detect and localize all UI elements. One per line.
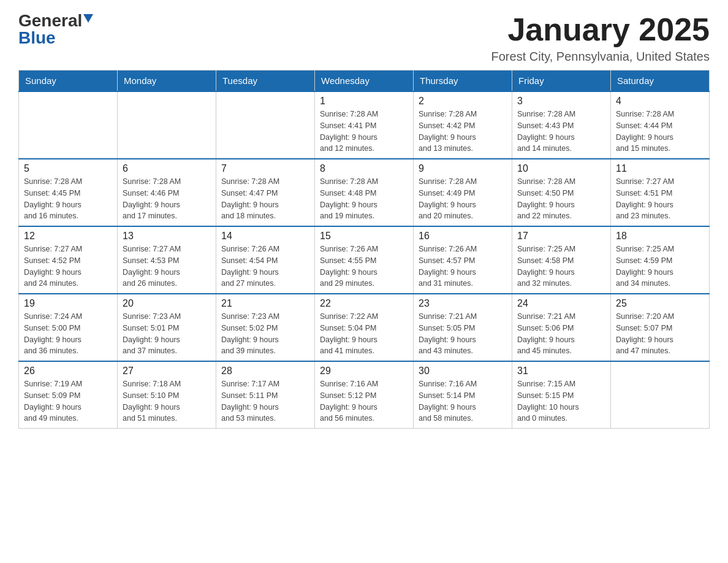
header-tuesday: Tuesday (216, 71, 315, 92)
table-row: 14Sunrise: 7:26 AMSunset: 4:54 PMDayligh… (216, 226, 315, 294)
day-number: 19 (24, 298, 112, 309)
table-row: 20Sunrise: 7:23 AMSunset: 5:01 PMDayligh… (118, 294, 216, 361)
day-number: 4 (616, 96, 704, 107)
day-number: 26 (24, 366, 112, 377)
day-info: Sunrise: 7:22 AMSunset: 5:04 PMDaylight:… (320, 311, 408, 357)
day-info: Sunrise: 7:23 AMSunset: 5:01 PMDaylight:… (123, 311, 211, 357)
day-info: Sunrise: 7:28 AMSunset: 4:47 PMDaylight:… (221, 176, 309, 222)
table-row (118, 91, 216, 159)
day-info: Sunrise: 7:20 AMSunset: 5:07 PMDaylight:… (616, 311, 704, 357)
day-info: Sunrise: 7:21 AMSunset: 5:05 PMDaylight:… (419, 311, 507, 357)
day-info: Sunrise: 7:25 AMSunset: 4:58 PMDaylight:… (517, 243, 605, 289)
day-number: 9 (419, 163, 507, 174)
day-info: Sunrise: 7:24 AMSunset: 5:00 PMDaylight:… (24, 311, 112, 357)
day-number: 22 (320, 298, 408, 309)
day-info: Sunrise: 7:15 AMSunset: 5:15 PMDaylight:… (517, 378, 605, 424)
day-number: 14 (221, 231, 309, 242)
table-row: 16Sunrise: 7:26 AMSunset: 4:57 PMDayligh… (414, 226, 512, 294)
day-number: 1 (320, 96, 408, 107)
calendar-week-row: 1Sunrise: 7:28 AMSunset: 4:41 PMDaylight… (19, 91, 710, 159)
table-row: 29Sunrise: 7:16 AMSunset: 5:12 PMDayligh… (315, 361, 414, 429)
day-info: Sunrise: 7:28 AMSunset: 4:41 PMDaylight:… (320, 109, 408, 155)
day-number: 16 (419, 231, 507, 242)
day-number: 31 (517, 366, 605, 377)
page-subtitle: Forest City, Pennsylvania, United States (491, 50, 710, 64)
table-row: 10Sunrise: 7:28 AMSunset: 4:50 PMDayligh… (512, 159, 611, 226)
day-info: Sunrise: 7:21 AMSunset: 5:06 PMDaylight:… (517, 311, 605, 357)
table-row: 31Sunrise: 7:15 AMSunset: 5:15 PMDayligh… (512, 361, 611, 429)
day-number: 30 (419, 366, 507, 377)
day-number: 27 (123, 366, 211, 377)
title-area: January 2025 Forest City, Pennsylvania, … (491, 12, 710, 64)
day-info: Sunrise: 7:28 AMSunset: 4:48 PMDaylight:… (320, 176, 408, 222)
day-number: 21 (221, 298, 309, 309)
logo: General Blue (18, 12, 93, 47)
day-info: Sunrise: 7:18 AMSunset: 5:10 PMDaylight:… (123, 378, 211, 424)
table-row (216, 91, 315, 159)
calendar-week-row: 5Sunrise: 7:28 AMSunset: 4:45 PMDaylight… (19, 159, 710, 226)
table-row: 27Sunrise: 7:18 AMSunset: 5:10 PMDayligh… (118, 361, 216, 429)
day-info: Sunrise: 7:26 AMSunset: 4:57 PMDaylight:… (419, 243, 507, 289)
table-row: 12Sunrise: 7:27 AMSunset: 4:52 PMDayligh… (19, 226, 118, 294)
calendar-week-row: 19Sunrise: 7:24 AMSunset: 5:00 PMDayligh… (19, 294, 710, 361)
table-row: 7Sunrise: 7:28 AMSunset: 4:47 PMDaylight… (216, 159, 315, 226)
table-row: 18Sunrise: 7:25 AMSunset: 4:59 PMDayligh… (611, 226, 710, 294)
day-info: Sunrise: 7:16 AMSunset: 5:12 PMDaylight:… (320, 378, 408, 424)
table-row (611, 361, 710, 429)
table-row: 9Sunrise: 7:28 AMSunset: 4:49 PMDaylight… (414, 159, 512, 226)
header-monday: Monday (118, 71, 216, 92)
page-header: General Blue January 2025 Forest City, P… (18, 12, 710, 64)
header-wednesday: Wednesday (315, 71, 414, 92)
day-info: Sunrise: 7:28 AMSunset: 4:50 PMDaylight:… (517, 176, 605, 222)
day-number: 29 (320, 366, 408, 377)
day-number: 2 (419, 96, 507, 107)
day-number: 11 (616, 163, 704, 174)
header-friday: Friday (512, 71, 611, 92)
day-number: 12 (24, 231, 112, 242)
logo-blue-text: Blue (18, 29, 56, 47)
day-number: 17 (517, 231, 605, 242)
day-info: Sunrise: 7:27 AMSunset: 4:52 PMDaylight:… (24, 243, 112, 289)
table-row: 25Sunrise: 7:20 AMSunset: 5:07 PMDayligh… (611, 294, 710, 361)
table-row: 23Sunrise: 7:21 AMSunset: 5:05 PMDayligh… (414, 294, 512, 361)
day-info: Sunrise: 7:26 AMSunset: 4:55 PMDaylight:… (320, 243, 408, 289)
table-row: 21Sunrise: 7:23 AMSunset: 5:02 PMDayligh… (216, 294, 315, 361)
day-number: 28 (221, 366, 309, 377)
table-row (19, 91, 118, 159)
day-number: 6 (123, 163, 211, 174)
table-row: 1Sunrise: 7:28 AMSunset: 4:41 PMDaylight… (315, 91, 414, 159)
table-row: 15Sunrise: 7:26 AMSunset: 4:55 PMDayligh… (315, 226, 414, 294)
page-title: January 2025 (491, 12, 710, 47)
logo-general-text: General (18, 12, 82, 29)
table-row: 4Sunrise: 7:28 AMSunset: 4:44 PMDaylight… (611, 91, 710, 159)
day-info: Sunrise: 7:19 AMSunset: 5:09 PMDaylight:… (24, 378, 112, 424)
table-row: 22Sunrise: 7:22 AMSunset: 5:04 PMDayligh… (315, 294, 414, 361)
table-row: 13Sunrise: 7:27 AMSunset: 4:53 PMDayligh… (118, 226, 216, 294)
day-number: 15 (320, 231, 408, 242)
day-number: 13 (123, 231, 211, 242)
table-row: 3Sunrise: 7:28 AMSunset: 4:43 PMDaylight… (512, 91, 611, 159)
day-info: Sunrise: 7:28 AMSunset: 4:42 PMDaylight:… (419, 109, 507, 155)
day-number: 24 (517, 298, 605, 309)
table-row: 30Sunrise: 7:16 AMSunset: 5:14 PMDayligh… (414, 361, 512, 429)
day-info: Sunrise: 7:27 AMSunset: 4:51 PMDaylight:… (616, 176, 704, 222)
table-row: 6Sunrise: 7:28 AMSunset: 4:46 PMDaylight… (118, 159, 216, 226)
header-thursday: Thursday (414, 71, 512, 92)
day-info: Sunrise: 7:28 AMSunset: 4:49 PMDaylight:… (419, 176, 507, 222)
table-row: 5Sunrise: 7:28 AMSunset: 4:45 PMDaylight… (19, 159, 118, 226)
day-info: Sunrise: 7:17 AMSunset: 5:11 PMDaylight:… (221, 378, 309, 424)
calendar-week-row: 12Sunrise: 7:27 AMSunset: 4:52 PMDayligh… (19, 226, 710, 294)
calendar-week-row: 26Sunrise: 7:19 AMSunset: 5:09 PMDayligh… (19, 361, 710, 429)
day-info: Sunrise: 7:28 AMSunset: 4:46 PMDaylight:… (123, 176, 211, 222)
day-info: Sunrise: 7:16 AMSunset: 5:14 PMDaylight:… (419, 378, 507, 424)
day-info: Sunrise: 7:23 AMSunset: 5:02 PMDaylight:… (221, 311, 309, 357)
logo-triangle-icon (83, 14, 93, 23)
table-row: 24Sunrise: 7:21 AMSunset: 5:06 PMDayligh… (512, 294, 611, 361)
day-number: 5 (24, 163, 112, 174)
day-number: 25 (616, 298, 704, 309)
day-info: Sunrise: 7:28 AMSunset: 4:45 PMDaylight:… (24, 176, 112, 222)
table-row: 2Sunrise: 7:28 AMSunset: 4:42 PMDaylight… (414, 91, 512, 159)
day-number: 10 (517, 163, 605, 174)
day-info: Sunrise: 7:25 AMSunset: 4:59 PMDaylight:… (616, 243, 704, 289)
day-number: 18 (616, 231, 704, 242)
